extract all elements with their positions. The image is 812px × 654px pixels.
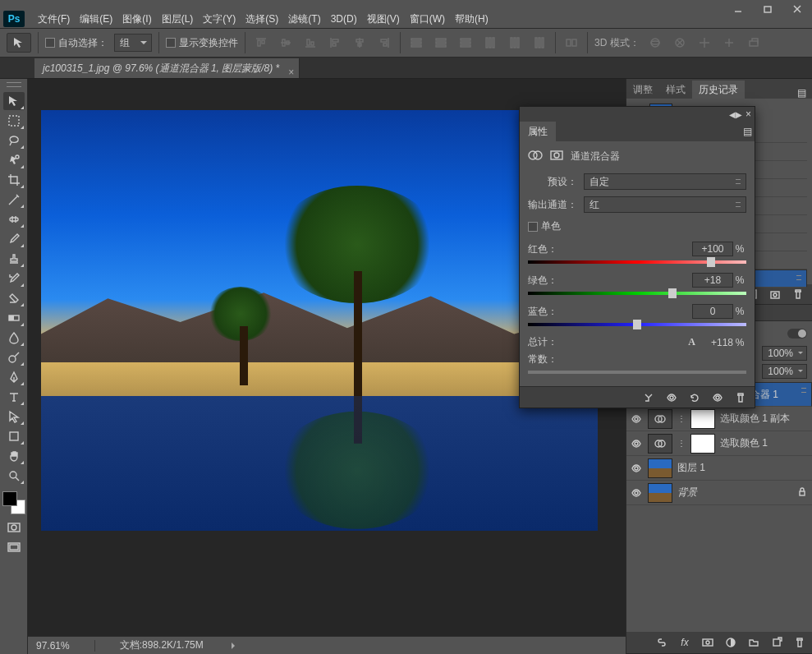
layer-row[interactable]: 图层 1 [626,456,812,481]
monochrome-checkbox[interactable]: 单色 [528,219,746,233]
menu-图像(I)[interactable]: 图像(I) [117,10,156,28]
layer-filter-toggle[interactable] [787,329,807,339]
hand-tool[interactable] [3,447,25,465]
auto-select-dropdown[interactable]: 组 [114,34,152,52]
menu-视图(V)[interactable]: 视图(V) [362,10,405,28]
move-tool[interactable] [3,92,25,110]
new-group-icon[interactable] [746,636,761,649]
panel-tab-调整[interactable]: 调整 [626,81,659,99]
history-brush-tool[interactable] [3,269,25,288]
link-layers-icon[interactable] [654,636,669,649]
mask-link-icon[interactable]: ⋮ [677,414,686,423]
quick-mask-toggle[interactable] [6,521,22,534]
toolbox-handle[interactable] [0,82,27,90]
eraser-tool[interactable] [3,289,25,307]
menu-编辑(E)[interactable]: 编辑(E) [75,10,117,28]
visibility-icon[interactable] [630,486,643,500]
win-minimize[interactable] [723,0,753,18]
layer-name[interactable]: 选取颜色 1 [720,436,809,450]
zoom-level[interactable]: 97.61% [36,640,70,652]
auto-select-checkbox[interactable]: 自动选择： [45,36,108,50]
crop-tool[interactable] [3,171,25,189]
menu-文件(F)[interactable]: 文件(F) [33,10,75,28]
status-flyout-icon[interactable] [232,642,238,649]
ps-logo[interactable]: Ps [3,11,25,27]
clip-to-layer-icon[interactable] [641,391,656,404]
visibility-icon[interactable] [630,462,643,475]
new-layer-icon[interactable] [769,636,784,649]
panel-collapse-icon[interactable]: ◀▶ [729,110,742,119]
new-snapshot-icon[interactable] [768,288,782,301]
layer-row[interactable]: ⋮选取颜色 1 副本 [626,407,812,431]
layer-name[interactable]: 背景 [677,486,792,500]
pen-tool[interactable] [3,368,25,386]
panel-tab-历史记录[interactable]: 历史记录 [692,81,745,99]
type-tool[interactable] [3,388,25,406]
stamp-tool[interactable] [3,250,25,268]
view-previous-icon[interactable] [664,391,679,404]
preset-dropdown[interactable]: 自定 [584,173,746,190]
menu-3D(D)[interactable]: 3D(D) [326,10,362,28]
visibility-icon[interactable] [630,412,643,426]
delete-adjustment-icon[interactable] [733,391,748,404]
gradient-tool[interactable] [3,309,25,327]
mask-link-icon[interactable]: ⋮ [677,439,686,448]
panel-menu-icon[interactable]: ▤ [797,87,812,99]
doc-info[interactable]: 文档:898.2K/1.75M [120,638,204,652]
svg-rect-23 [411,42,421,44]
mask-thumb[interactable] [690,434,715,454]
layer-name[interactable]: 选取颜色 1 副本 [720,412,809,426]
menu-图层(L)[interactable]: 图层(L) [157,10,199,28]
constant-slider[interactable] [528,368,746,376]
menu-滤镜(T)[interactable]: 滤镜(T) [283,10,325,28]
dodge-tool[interactable] [3,348,25,366]
lasso-tool[interactable] [3,131,25,150]
channel-slider-blue[interactable] [528,320,746,329]
delete-layer-icon[interactable] [792,636,807,649]
zoom-tool[interactable] [3,467,25,485]
healing-tool[interactable] [3,210,25,228]
layer-fx-icon[interactable]: fx [677,636,692,649]
layer-row[interactable]: ⋮选取颜色 1 [626,431,812,456]
channel-value[interactable]: +18 [692,273,733,288]
layer-name[interactable]: 图层 1 [677,461,809,475]
brush-tool[interactable] [3,230,25,248]
show-transform-checkbox[interactable]: 显示变换控件 [166,36,238,50]
eyedropper-tool[interactable] [3,191,25,209]
output-channel-dropdown[interactable]: 红 [584,196,746,213]
channel-slider-green[interactable] [528,289,746,297]
channel-value[interactable]: 0 [692,304,733,319]
current-tool-indicator[interactable] [7,33,31,53]
color-swatches[interactable] [2,491,25,514]
menu-选择(S)[interactable]: 选择(S) [241,10,283,28]
document-tab[interactable]: jc100315_1.jpg @ 97.6% (通道混合器 1, 图层蒙版/8)… [34,58,300,78]
path-select-tool[interactable] [3,408,25,426]
channel-value[interactable]: +100 [692,242,733,256]
properties-tab[interactable]: 属性 [520,122,556,141]
win-maximize[interactable] [753,0,782,18]
mask-thumb[interactable] [690,409,715,429]
marquee-tool[interactable] [3,112,25,130]
menu-文字(Y)[interactable]: 文字(Y) [198,10,241,28]
shape-tool[interactable] [3,427,25,445]
visibility-icon[interactable] [630,437,643,450]
screen-mode-toggle[interactable] [6,541,22,554]
toggle-visibility-icon[interactable] [710,391,725,404]
add-mask-icon[interactable] [700,636,715,649]
mask-mode-icon[interactable] [549,148,564,165]
layer-row[interactable]: 背景 [626,481,812,505]
reset-icon[interactable] [687,391,702,404]
menu-窗口(W)[interactable]: 窗口(W) [405,10,450,28]
fill-value[interactable]: 100% [762,364,807,379]
menu-帮助(H)[interactable]: 帮助(H) [450,10,493,28]
win-close[interactable] [782,0,812,18]
blur-tool[interactable] [3,329,25,347]
panel-menu-icon[interactable]: ▤ [740,124,755,139]
quick-select-tool[interactable] [3,151,25,169]
delete-state-icon[interactable] [791,288,805,301]
panel-close-icon[interactable]: × [745,108,751,120]
new-adjustment-icon[interactable] [723,636,738,649]
panel-tab-样式[interactable]: 样式 [659,81,692,99]
opacity-value[interactable]: 100% [762,346,807,361]
channel-slider-red[interactable] [528,258,746,266]
